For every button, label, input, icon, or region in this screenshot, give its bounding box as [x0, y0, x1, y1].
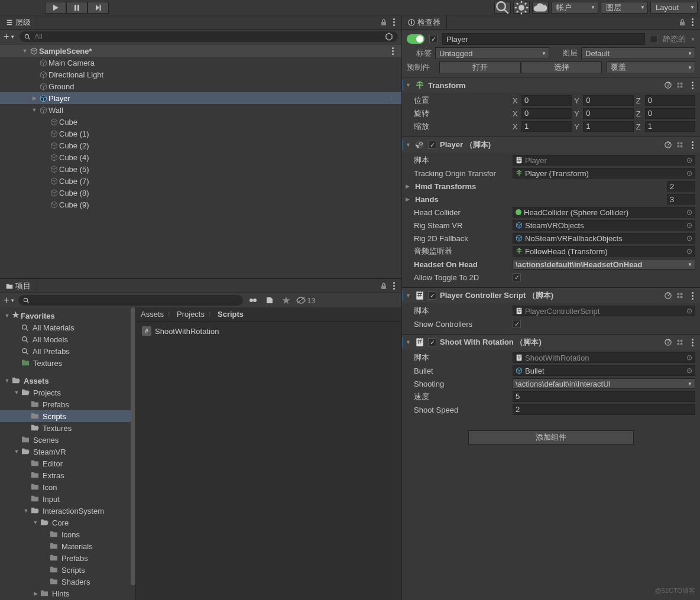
shoot-enabled-checkbox[interactable] [428, 338, 436, 346]
assets-header[interactable]: ▼Assets [0, 375, 135, 387]
player-enabled-checkbox[interactable] [428, 141, 436, 149]
project-folder[interactable]: Editor [0, 458, 135, 469]
hierarchy-item[interactable]: Cube (4) [0, 151, 401, 163]
lock-icon[interactable] [380, 19, 387, 26]
show-controllers-checkbox[interactable] [513, 320, 521, 328]
static-dropdown-arrow[interactable]: ▼ [691, 37, 695, 42]
rot-z-field[interactable]: 0 [645, 108, 695, 119]
script-field[interactable]: ShootWithRotation [513, 352, 695, 363]
enabled-checkbox[interactable] [429, 35, 438, 43]
project-folder[interactable]: ▼Projects [0, 387, 135, 398]
project-folder[interactable]: Extras [0, 469, 135, 481]
shooting-field[interactable]: \actions\default\in\InteractUI [513, 378, 695, 389]
project-folder[interactable]: Icon [0, 481, 135, 493]
controller-comp-header[interactable]: ▼ Player Controller Script （脚本) [402, 288, 700, 303]
search-button[interactable] [494, 2, 511, 14]
head-collider-field[interactable]: HeadCollider (Sphere Collider) [513, 207, 695, 218]
component-menu[interactable] [688, 291, 696, 300]
step-button[interactable] [88, 2, 109, 14]
component-menu[interactable] [688, 338, 696, 347]
project-search-input[interactable] [33, 296, 238, 304]
hands-count-field[interactable]: 3 [667, 194, 695, 205]
hmd-count-field[interactable]: 2 [667, 181, 695, 192]
hierarchy-item[interactable]: Directional Light [0, 69, 401, 80]
gameobject-name-field[interactable]: Player [442, 33, 645, 45]
project-folder[interactable]: Icons [0, 528, 135, 540]
preset-icon[interactable] [676, 82, 683, 89]
hierarchy-item[interactable]: Cube (5) [0, 163, 401, 175]
add-component-button[interactable]: 添加组件 [468, 430, 634, 445]
hierarchy-item[interactable]: Main Camera [0, 57, 401, 69]
lock-icon[interactable] [380, 283, 387, 290]
project-folder[interactable]: ▼Core [0, 517, 135, 528]
pos-y-field[interactable]: 0 [583, 95, 633, 106]
project-tab[interactable]: 项目 [0, 279, 37, 293]
pos-x-field[interactable]: 0 [521, 95, 572, 106]
pos-z-field[interactable]: 0 [645, 95, 695, 106]
layer-dropdown[interactable]: Default [581, 47, 695, 59]
scene-menu[interactable] [388, 46, 397, 56]
project-menu[interactable] [390, 281, 398, 291]
script-field[interactable]: Player [513, 155, 695, 166]
hierarchy-item[interactable]: ▼Wall [0, 104, 401, 116]
breadcrumb-item[interactable]: Projects [177, 310, 205, 319]
transform-header[interactable]: ▼ Transform [402, 77, 700, 93]
prefab-open-button[interactable]: 打开 [439, 61, 521, 73]
scale-z-field[interactable]: 1 [645, 121, 695, 132]
project-folder[interactable]: Materials [0, 540, 135, 552]
shoot-speed-field[interactable]: 2 [513, 404, 695, 415]
hierarchy-item[interactable]: Cube (7) [0, 175, 401, 187]
search-options-icon[interactable] [385, 33, 393, 41]
create-dropdown[interactable]: +▼ [4, 31, 15, 42]
headset-field[interactable]: \actions\default\in\HeadsetOnHead [513, 259, 695, 270]
help-icon[interactable] [665, 292, 672, 299]
breadcrumb-item[interactable]: Scripts [218, 310, 244, 319]
audio-field[interactable]: FollowHead (Transform) [513, 246, 695, 257]
scene-row[interactable]: ▼SampleScene* [0, 45, 401, 57]
rot-y-field[interactable]: 0 [583, 108, 633, 119]
inspector-tab[interactable]: 检查器 [402, 15, 447, 29]
project-folder[interactable]: ▼SteamVR [0, 446, 135, 458]
project-folder[interactable]: Textures [0, 422, 135, 434]
tag-dropdown[interactable]: Untagged [435, 47, 549, 59]
help-icon[interactable] [665, 82, 672, 89]
script-field[interactable]: PlayerControllerScript [513, 306, 695, 316]
project-folder[interactable]: Scenes [0, 434, 135, 446]
preset-icon[interactable] [676, 292, 683, 299]
hierarchy-search-input[interactable] [34, 33, 381, 41]
hierarchy-menu[interactable] [390, 18, 398, 27]
hierarchy-item[interactable]: Cube (9) [0, 199, 401, 210]
scale-x-field[interactable]: 1 [521, 121, 572, 132]
hierarchy-item[interactable]: Cube (8) [0, 187, 401, 199]
hierarchy-item[interactable]: Cube [0, 116, 401, 128]
hierarchy-item[interactable]: ▶Player〉 [0, 92, 401, 104]
help-icon[interactable] [665, 141, 672, 148]
shoot-comp-header[interactable]: ▼ Shoot With Rotation （脚本) [402, 335, 700, 350]
project-folder[interactable]: ▼InteractionSystem [0, 505, 135, 517]
preset-icon[interactable] [676, 339, 683, 346]
project-search[interactable] [18, 295, 243, 306]
player-comp-header[interactable]: ▼ Player （脚本) [402, 137, 700, 153]
cloud-button[interactable] [532, 2, 549, 14]
prefab-select-button[interactable]: 选择 [521, 61, 602, 73]
play-button[interactable] [45, 2, 66, 14]
breadcrumb-item[interactable]: Assets [141, 310, 164, 319]
project-folder[interactable]: Scripts [0, 564, 135, 576]
account-dropdown[interactable]: 帐户 [551, 2, 598, 14]
overrides-dropdown[interactable]: 覆盖 [607, 61, 695, 73]
preset-icon[interactable] [676, 141, 683, 148]
project-create-dropdown[interactable]: +▼ [4, 295, 15, 306]
project-folder[interactable]: Scripts [0, 410, 135, 422]
toggle2d-checkbox[interactable] [513, 273, 521, 281]
hands-label[interactable]: Hands [414, 195, 517, 204]
component-menu[interactable] [688, 80, 696, 90]
tracking-field[interactable]: Player (Transform) [513, 168, 695, 179]
hierarchy-item[interactable]: Cube (2) [0, 140, 401, 151]
favorite-item[interactable]: All Prefabs [0, 345, 135, 357]
project-folder[interactable]: Prefabs [0, 398, 135, 410]
hierarchy-item[interactable]: Cube (1) [0, 128, 401, 140]
lighting-button[interactable] [513, 2, 530, 14]
component-menu[interactable] [688, 140, 696, 150]
active-toggle[interactable] [407, 34, 424, 44]
project-folder[interactable]: Shaders [0, 576, 135, 588]
